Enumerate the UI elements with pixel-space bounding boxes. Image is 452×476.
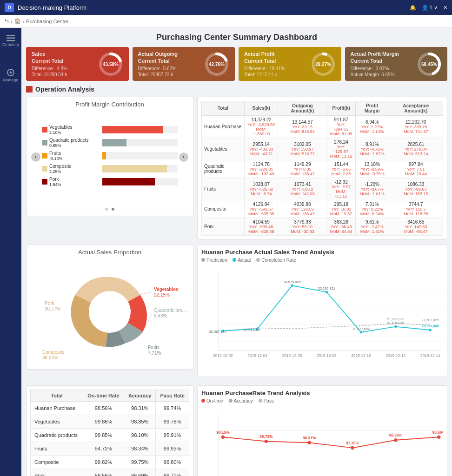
svg-text:2019-12-14: 2019-12-14	[420, 353, 440, 357]
svg-text:68.45%: 68.45%	[421, 62, 437, 67]
row-name: Vegetables	[202, 138, 245, 160]
rate-row-name: Huanan Purchase	[31, 401, 83, 415]
rate-th-ontime: On-time Rate	[83, 390, 124, 401]
legend-completion-dot	[256, 258, 260, 262]
sales-trend-panel: Huanan Purchase Actual Sales Trend Analy…	[197, 245, 447, 381]
svg-point-29	[360, 331, 363, 334]
kpi-outgoing-gauge: 42.76%	[203, 51, 230, 78]
svg-text:20,677,692: 20,677,692	[352, 327, 370, 331]
close-icon[interactable]: ✕	[443, 5, 447, 11]
rate-row-name: Composite	[31, 455, 83, 469]
app-logo: D	[5, 3, 14, 12]
rate-accuracy: 98.10%	[124, 428, 155, 442]
svg-point-53	[221, 435, 225, 438]
rate-ontime: 94.72%	[83, 442, 124, 455]
svg-point-4	[10, 72, 12, 74]
th-profit: Profit(k)	[327, 101, 355, 115]
svg-text:25,136,321: 25,136,321	[318, 286, 335, 290]
row-name: Huanan Purchase	[202, 115, 245, 138]
bar-color-composite	[42, 166, 47, 172]
profit-margin-title: Profit Margin Contribution	[30, 101, 189, 108]
rate-table-row: Huanan Purchase 98.56% 98.31% 99.74%	[31, 401, 189, 415]
carousel-next-btn[interactable]: ›	[179, 152, 188, 162]
topbar-icons: 🔔 👤 1 ∨ ✕	[410, 5, 447, 11]
breadcrumb-current: Purchasing Center...	[26, 19, 73, 24]
bell-icon[interactable]: 🔔	[410, 5, 416, 11]
row-name: Composite	[202, 200, 245, 218]
breadcrumb-home[interactable]: 🏠	[14, 18, 21, 24]
rate-row-name: Pork	[31, 469, 83, 476]
svg-point-57	[394, 438, 397, 442]
legend-prediction-dot	[201, 258, 205, 262]
label-composite: Composite	[42, 350, 65, 355]
rate-trend-box: Huanan PurchaseRate Trend Analysis On-ti…	[197, 385, 447, 476]
bar-row-vegetables: Vegetables2.10%	[42, 125, 178, 135]
label-quadratic: Quadratic pro...	[154, 308, 186, 313]
donut-chart-box: Actual Sales Proportion	[26, 245, 193, 370]
rate-table-row: Composite 99.82% 99.75% 99.80%	[31, 455, 189, 469]
rate-accuracy: 98.34%	[124, 442, 155, 455]
row-name: Pork	[202, 218, 245, 235]
rate-row: Total On-time Rate Accuracy Pass Rate Hu…	[26, 385, 447, 476]
bar-fill-pork	[102, 178, 155, 185]
rate-pass: 99.80%	[156, 455, 189, 469]
rate-table-row: Pork 88.56% 86.69% 99.71%	[31, 469, 189, 476]
bar-color-fruits	[42, 153, 47, 159]
kpi-card-sales: SalesCurrent Total Difference: -4.8% Tot…	[26, 47, 129, 81]
kpi-row: SalesCurrent Total Difference: -4.8% Tot…	[26, 47, 447, 81]
donut-title: Actual Sales Proportion	[30, 249, 189, 256]
svg-rect-1	[7, 38, 15, 39]
breadcrumb-home-icon[interactable]: ⇆	[5, 18, 9, 24]
svg-text:98.72%: 98.72%	[259, 434, 273, 439]
svg-point-31	[429, 329, 432, 331]
summary-table: Total Sales(k) Outgoing Amount(k) Profit…	[201, 101, 443, 236]
rate-table-box: Total On-time Rate Accuracy Pass Rate Hu…	[26, 385, 193, 476]
sales-trend-legend: Prediction Actual Completion Rate	[201, 258, 443, 263]
donut-panel: Actual Sales Proportion	[26, 245, 193, 381]
rate-table: Total On-time Rate Accuracy Pass Rate Hu…	[30, 390, 189, 476]
carousel-prev-btn[interactable]: ‹	[31, 152, 40, 162]
rate-th-total: Total	[31, 390, 83, 401]
bar-row-pork: Pork1.84%	[42, 177, 178, 187]
rate-accuracy: 98.31%	[124, 401, 155, 415]
label-quadratic-pct: 8.43%	[154, 313, 167, 318]
rate-pass: 99.78%	[156, 415, 189, 428]
bar-fill-fruits	[102, 152, 106, 159]
legend-ontime-dot	[201, 399, 205, 403]
svg-text:2019-12-06: 2019-12-06	[282, 353, 302, 357]
svg-rect-2	[7, 40, 15, 41]
rate-table-row: Vegetables 99.86% 98.85% 99.78%	[31, 415, 189, 428]
dot-1[interactable]	[105, 208, 108, 211]
profit-margin-panel: Profit Margin Contribution ‹ Vegetables2…	[26, 97, 193, 240]
bar-color-pork	[42, 179, 47, 185]
dot-2[interactable]	[112, 208, 114, 211]
donut-svg: Vegetables 22.15% Quadratic pro... 8.43%…	[30, 258, 189, 365]
svg-text:2019-12-10: 2019-12-10	[351, 353, 371, 357]
th-total: Total	[202, 101, 245, 115]
svg-point-56	[351, 446, 354, 449]
svg-point-30	[394, 325, 397, 328]
th-outgoing: Outgoing Amount(k)	[278, 101, 327, 115]
summary-table-row: Pork 4104.59 YoY: -639.48 MoM: -828.68 3…	[202, 218, 443, 235]
analysis-row: Profit Margin Contribution ‹ Vegetables2…	[26, 97, 447, 240]
profit-margin-bars: ‹ Vegetables2.10%	[30, 111, 189, 204]
legend-accuracy-dot	[229, 399, 233, 403]
sidebar-item-directory[interactable]: Directory	[2, 33, 19, 49]
sidebar-item-manage[interactable]: Manage	[2, 67, 19, 84]
user-icon[interactable]: 👤 1 ∨	[422, 5, 438, 11]
row-name: Fruits	[202, 178, 245, 200]
rate-ontime: 99.85%	[83, 428, 124, 442]
svg-line-17	[140, 292, 152, 295]
kpi-sales-gauge: 43.59%	[97, 51, 124, 78]
svg-text:26,576,025: 26,576,025	[283, 280, 300, 284]
label-vegetables: Vegetables	[154, 287, 179, 292]
svg-point-55	[307, 441, 311, 444]
summary-table-row: Quadratic products 1124.78 YoY: -228.85 …	[202, 160, 443, 178]
sales-trend-title: Huanan Purchase Actual Sales Trend Analy…	[201, 249, 443, 256]
sidebar: Directory Manage	[0, 28, 21, 476]
kpi-margin-gauge: 68.45%	[416, 51, 443, 78]
svg-point-27	[291, 284, 293, 287]
rate-table-panel: Total On-time Rate Accuracy Pass Rate Hu…	[26, 385, 193, 476]
svg-text:21,105,046: 21,105,046	[387, 321, 404, 325]
label-vegetables-pct: 22.15%	[154, 292, 170, 298]
